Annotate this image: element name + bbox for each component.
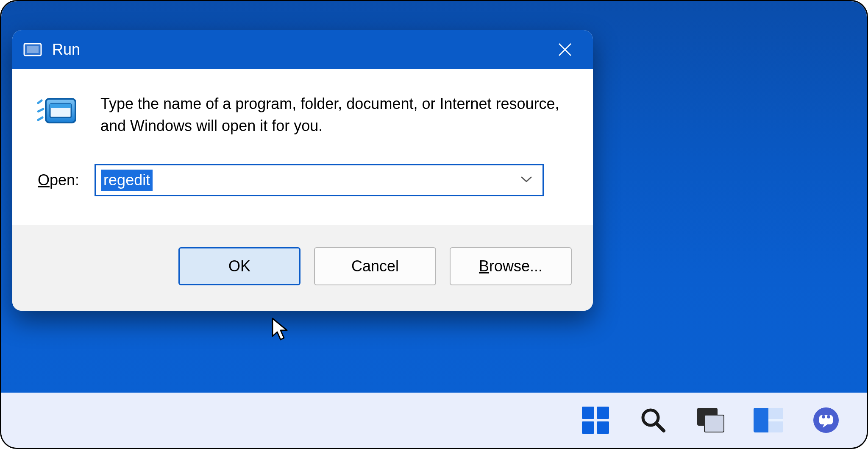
task-view-icon [697, 408, 724, 432]
chat-button[interactable] [811, 405, 841, 435]
run-icon [23, 42, 42, 57]
open-input-value[interactable]: regedit [101, 170, 153, 191]
cancel-button[interactable]: Cancel [314, 247, 436, 285]
svg-point-12 [827, 415, 830, 418]
start-button[interactable] [580, 405, 611, 435]
close-button[interactable] [548, 37, 582, 62]
titlebar[interactable]: Run [12, 30, 593, 69]
browse-button[interactable]: Browse... [450, 247, 572, 285]
svg-rect-6 [50, 104, 71, 108]
run-dialog-icon [33, 93, 80, 128]
dialog-description: Type the name of a program, folder, docu… [100, 93, 572, 137]
run-dialog: Run [12, 30, 593, 311]
window-title: Run [52, 41, 80, 59]
svg-line-8 [656, 423, 664, 431]
start-icon [582, 407, 609, 434]
open-label: Open: [38, 171, 79, 189]
task-view-button[interactable] [696, 405, 726, 435]
widgets-icon [754, 408, 783, 432]
search-button[interactable] [638, 405, 668, 435]
svg-rect-1 [27, 46, 39, 53]
svg-point-11 [822, 415, 825, 418]
taskbar [1, 393, 867, 448]
chevron-down-icon[interactable] [520, 176, 532, 185]
open-combobox[interactable]: regedit [95, 164, 544, 196]
button-bar: OK Cancel Browse... [12, 225, 593, 311]
search-icon [639, 406, 667, 434]
ok-button[interactable]: OK [178, 247, 300, 285]
widgets-button[interactable] [753, 405, 784, 435]
chat-icon [812, 407, 840, 434]
svg-rect-10 [819, 415, 833, 424]
